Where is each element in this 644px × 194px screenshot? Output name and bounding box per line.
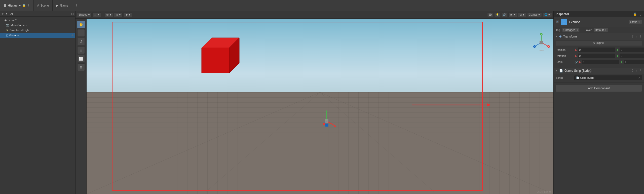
- lighting-btn[interactable]: 💡: [494, 13, 500, 17]
- scale-x-letter: X: [578, 61, 581, 63]
- rect-tool[interactable]: ⬜: [77, 55, 85, 62]
- gizmos-toggle[interactable]: Gizmos ▼: [527, 13, 542, 17]
- layer-dropdown[interactable]: Default ▼: [594, 28, 608, 32]
- pos-y-input[interactable]: [620, 48, 644, 52]
- tab-game[interactable]: ▶ Game: [53, 0, 72, 11]
- grid-btn[interactable]: ⊞ ▼: [114, 12, 123, 17]
- pos-x-input[interactable]: [578, 48, 615, 52]
- hierarchy-expand-icon[interactable]: ⊟: [71, 12, 74, 16]
- gizmos-icon: ◻: [6, 34, 8, 37]
- move-tool[interactable]: ✛: [77, 29, 85, 37]
- effects-btn[interactable]: ◉ ▼: [508, 12, 517, 17]
- scale-tool[interactable]: ⊞: [77, 46, 85, 54]
- add-component-button[interactable]: Add Component: [556, 85, 642, 92]
- visibility-btn[interactable]: 👁 ▼: [123, 12, 132, 17]
- gizmo-svg: [315, 110, 338, 132]
- inspector-lock-icon[interactable]: 🔒: [633, 12, 637, 16]
- scale-label: Scale: [556, 60, 573, 63]
- hierarchy-filter-label: ▼: [5, 12, 8, 15]
- svg-text:Z: Z: [534, 46, 535, 48]
- gizmo-up-icon[interactable]: ↑: [635, 69, 637, 72]
- transform-title: Transform: [563, 35, 630, 38]
- object-name-field[interactable]: Gizmos: [569, 20, 627, 24]
- scene-gizmo: Y X Z Persp: [531, 32, 551, 53]
- add-hierarchy-btn[interactable]: +: [2, 12, 4, 16]
- top-bar: ☰ Hierarchy 🔒 ⋮ # Scene ▶ Game ⋮: [0, 0, 644, 11]
- rot-y-input[interactable]: [620, 54, 644, 58]
- script-value-field[interactable]: 📄 GizmoScrip ↗: [574, 75, 642, 80]
- tab-scene[interactable]: # Scene: [34, 0, 53, 11]
- inspector-title: Inspector: [556, 12, 569, 16]
- gizmo-arrows: [315, 110, 338, 133]
- object-header: ✓ ◻ Gizmos Static ▼: [554, 17, 644, 27]
- layer-value: Default: [595, 28, 604, 31]
- tag-dropdown[interactable]: Untagged ▼: [562, 28, 580, 32]
- layer-arrow: ▼: [605, 29, 607, 31]
- visibility-icon[interactable]: 👁: [71, 34, 74, 37]
- transform-tool[interactable]: ⊕: [77, 63, 85, 71]
- grid-svg: [87, 92, 553, 194]
- tree-item-directional-light[interactable]: ☀ Directional Light: [0, 28, 75, 33]
- scene-dots-menu[interactable]: ⋮: [72, 4, 81, 7]
- gizmo-help-icon[interactable]: ?: [632, 69, 633, 72]
- shaded-dropdown[interactable]: Shaded ▼: [77, 13, 92, 17]
- scale-y-input[interactable]: [624, 60, 644, 64]
- script-link-icon[interactable]: ↗: [638, 76, 640, 79]
- svg-marker-14: [323, 123, 325, 125]
- gizmos-toggle-arrow: ▼: [538, 13, 540, 16]
- tree-item-main-camera[interactable]: 📷 Main Camera: [0, 23, 75, 28]
- scale-y-field: Y: [620, 60, 644, 64]
- expand-section-label: 拓展按钮: [556, 41, 642, 46]
- 2d-label: 2D: [489, 13, 492, 16]
- main-layout: + ▼ All ⊟ ▼ ◈ Scene* ⋮ 📷 Main Camera ☀ D…: [0, 11, 644, 194]
- transform-arrow: ▼: [556, 35, 558, 38]
- object-active-checkbox[interactable]: ✓: [556, 20, 559, 23]
- transform-help-icon[interactable]: ?: [632, 35, 633, 38]
- persp-btn[interactable]: 🌐 ▼: [543, 13, 552, 17]
- tree-item-scene[interactable]: ▼ ◈ Scene* ⋮: [0, 18, 75, 23]
- position-row: Position X Y Z: [556, 47, 642, 53]
- scene-opt-arrow: ▼: [97, 13, 99, 16]
- rotation-label: Rotation: [556, 54, 573, 57]
- scene-content[interactable]: Y X Z Persp: [87, 19, 553, 194]
- tag-arrow: ▼: [576, 29, 578, 31]
- gizmo-script-arrow: ▼: [556, 70, 558, 72]
- hidden-objects-btn[interactable]: ⊟ ▼: [518, 12, 526, 17]
- scene-tab-label: Scene: [40, 4, 49, 7]
- gizmo-script-header[interactable]: ▼ 📄 Gizmo Scrip (Script) ? ↑ ⋮: [554, 67, 644, 74]
- svg-rect-27: [540, 41, 543, 44]
- gizmo-script-header-icons: ? ↑ ⋮: [632, 69, 642, 72]
- transform-up-icon[interactable]: ↑: [635, 35, 637, 38]
- audio-btn[interactable]: 🔊: [501, 13, 507, 17]
- tag-value: Untagged: [563, 28, 576, 31]
- rotate-tool[interactable]: ↺: [77, 38, 85, 45]
- tools-panel: ✋ ✛ ↺ ⊞ ⬜ ⊕: [75, 19, 87, 194]
- svg-text:Y: Y: [541, 33, 542, 35]
- rot-x-input[interactable]: [578, 54, 615, 58]
- static-dropdown[interactable]: Static ▼: [629, 20, 642, 24]
- cube-svg: [194, 33, 244, 78]
- scale-x-input[interactable]: [582, 60, 619, 64]
- gizmo-menu-icon[interactable]: ⋮: [639, 69, 642, 72]
- inspector-dots-menu[interactable]: ⋮: [639, 12, 642, 16]
- transform-header[interactable]: ▼ ⊕ Transform ? ↑ ⋮: [554, 33, 644, 40]
- rot-y-field: Y: [616, 54, 644, 58]
- move-snap-btn[interactable]: ⊕ ▼: [105, 12, 113, 17]
- vis-icon: 👁: [125, 13, 128, 17]
- tree-item-gizmos[interactable]: ◻ Gizmos 👁: [0, 33, 75, 38]
- game-tab-label: Game: [60, 4, 68, 7]
- script-row: Script 📄 GizmoScrip ↗: [556, 75, 642, 81]
- scene-options[interactable]: ⋮: [72, 19, 75, 22]
- sky-background: [87, 19, 553, 98]
- scene-options-dropdown[interactable]: ⊞ ▼: [92, 12, 101, 17]
- shaded-arrow: ▼: [88, 13, 90, 16]
- scene-icon: ◈: [5, 19, 7, 22]
- 2d-btn[interactable]: 2D: [487, 13, 494, 17]
- rotation-row: Rotation X Y Z: [556, 53, 642, 59]
- watermark: CSDN @odajx: [537, 190, 551, 193]
- light-bulb-icon: 💡: [496, 13, 499, 16]
- hand-tool[interactable]: ✋: [77, 21, 85, 28]
- transform-menu-icon[interactable]: ⋮: [639, 35, 642, 38]
- tab-hierarchy[interactable]: ☰ Hierarchy 🔒 ⋮: [0, 0, 34, 11]
- scale-axis-group: 🔗 X Y Z: [574, 60, 644, 64]
